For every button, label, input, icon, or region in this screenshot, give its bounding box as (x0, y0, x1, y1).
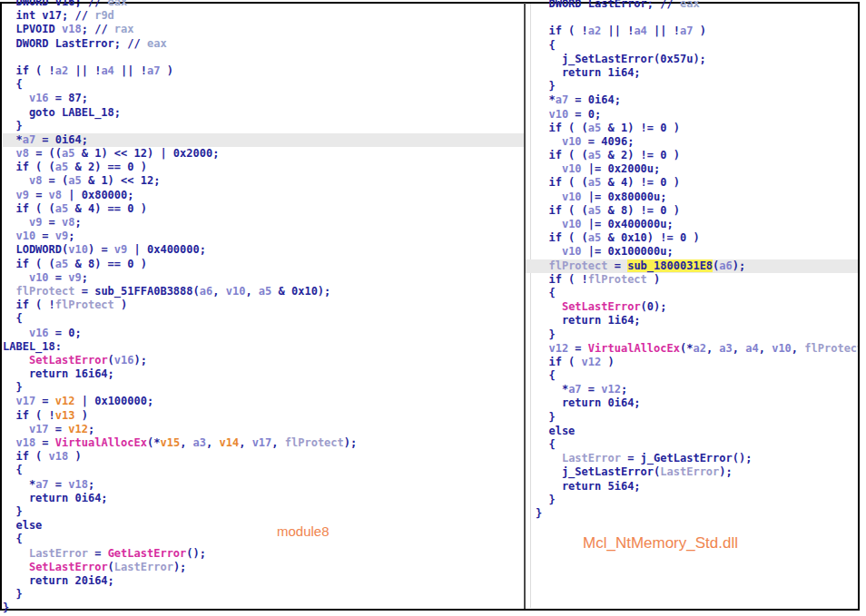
code-line[interactable] (526, 11, 858, 24)
code-line[interactable]: } (3, 505, 524, 519)
code-line[interactable]: return 0i64; (526, 396, 858, 410)
code-line[interactable]: *a7 = 0i64; (526, 93, 858, 107)
code-line[interactable]: if ( v18 ) (3, 450, 524, 464)
code-token: { (3, 533, 23, 545)
code-line[interactable]: if ( !v13 ) (3, 409, 524, 423)
code-line[interactable]: if ( (a5 & 8) != 0 ) (526, 204, 858, 218)
code-line[interactable]: v10 |= 0x400000u; (526, 218, 858, 231)
code-line[interactable]: } (3, 120, 524, 133)
code-token: v12 (601, 383, 621, 396)
code-line[interactable]: } (526, 411, 858, 425)
code-line[interactable]: else (526, 425, 858, 438)
code-line[interactable]: SetLastError(v16); (3, 354, 524, 367)
code-line[interactable]: } (526, 80, 858, 93)
code-line[interactable]: if ( (a5 & 4) != 0 ) (526, 176, 858, 190)
code-token (3, 561, 29, 573)
code-line[interactable]: v10 = v9; (3, 271, 524, 285)
code-line[interactable]: { (3, 78, 524, 92)
code-line[interactable]: if ( (a5 & 1) != 0 ) (526, 122, 858, 135)
code-line[interactable]: if ( (a5 & 4) == 0 ) (3, 202, 524, 216)
code-line[interactable]: return 1i64; (526, 314, 858, 328)
code-token: LPVOID (3, 23, 62, 35)
code-line[interactable]: LABEL_18: (3, 340, 524, 354)
code-line[interactable]: } (3, 601, 524, 615)
right-code-panel[interactable]: DWORD LastError; // eax if ( !a2 || !a4 … (526, 0, 858, 616)
code-line[interactable]: else (3, 519, 524, 533)
code-line[interactable]: SetLastError(0); (526, 300, 858, 314)
code-line[interactable]: v10 = 4096; (526, 135, 858, 149)
code-line[interactable]: int v17; // r9d (3, 9, 524, 23)
code-line[interactable]: *a7 = v18; (3, 478, 524, 492)
code-token: (* (680, 342, 693, 355)
code-line[interactable]: return 16i64; (3, 367, 524, 381)
code-line[interactable]: LODWORD(v10) = v9 | 0x400000; (3, 243, 524, 257)
code-token: a7 (568, 383, 581, 396)
code-line[interactable]: { (526, 287, 858, 300)
code-line[interactable]: LPVOID v18; // rax (3, 23, 524, 36)
code-line[interactable]: if ( (a5 & 2) != 0 ) (526, 149, 858, 162)
code-line[interactable]: flProtect = sub_51FFA0B3888(a6, v10, a5 … (3, 285, 524, 298)
code-line[interactable]: if ( !a2 || !a4 || !a7 ) (3, 64, 524, 78)
code-line[interactable]: DWORD v16; // eax (3, 0, 524, 9)
code-token: LastError (660, 465, 719, 478)
code-line[interactable]: return 0i64; (3, 492, 524, 505)
code-line[interactable]: { (3, 533, 524, 546)
code-line[interactable]: LastError = j_GetLastError(); (526, 452, 858, 465)
code-token: a6 (719, 259, 732, 272)
code-line[interactable]: v16 = 0; (3, 327, 524, 340)
code-line[interactable]: { (3, 312, 524, 326)
code-line[interactable]: v9 = v8 | 0x80000; (3, 189, 524, 202)
code-line[interactable]: if ( v12 ) (526, 356, 858, 369)
code-line[interactable]: { (526, 438, 858, 452)
code-token: , (180, 436, 192, 449)
code-line[interactable]: v9 = v8; (3, 216, 524, 230)
code-line[interactable]: if ( !flProtect ) (3, 298, 524, 312)
code-line[interactable]: v10 |= 0x2000u; (526, 162, 858, 176)
code-token (536, 342, 548, 355)
code-line[interactable]: { (526, 369, 858, 383)
code-line[interactable]: if ( !a2 || !a4 || !a7 ) (526, 24, 858, 38)
code-line[interactable]: if ( (a5 & 8) == 0 ) (3, 258, 524, 271)
code-line[interactable]: return 5i64; (526, 480, 858, 494)
code-line[interactable]: return 20i64; (3, 574, 524, 588)
code-line[interactable]: v17 = v12; (3, 423, 524, 436)
code-line[interactable]: LastError = GetLastError(); (3, 547, 524, 561)
code-token (536, 259, 548, 272)
code-line[interactable]: v8 = (a5 & 1) << 12; (3, 174, 524, 188)
code-line[interactable]: v10 |= 0x100000u; (526, 245, 858, 259)
left-code-panel[interactable]: DWORD v16; // eax int v17; // r9d LPVOID… (3, 0, 524, 616)
code-line[interactable]: } (3, 381, 524, 395)
code-line[interactable]: DWORD LastError; // eax (3, 37, 524, 51)
code-line[interactable]: if ( (a5 & 2) == 0 ) (3, 161, 524, 174)
highlighted-code-line[interactable]: flProtect = sub_1800031E8(a6); (526, 259, 858, 273)
code-line[interactable]: v10 |= 0x80000u; (526, 191, 858, 204)
code-line[interactable]: v17 = v12 | 0x100000; (3, 395, 524, 408)
code-token: { (3, 312, 23, 325)
code-line[interactable] (3, 51, 524, 64)
code-line[interactable]: { (3, 464, 524, 477)
code-line[interactable]: if ( (a5 & 0x10) != 0 ) (526, 231, 858, 245)
code-line[interactable]: v12 = VirtualAllocEx(*a2, a3, a4, v10, f… (526, 342, 858, 356)
code-token: LastError (114, 561, 173, 573)
code-line[interactable]: *a7 = v12; (526, 383, 858, 396)
code-line[interactable]: if ( !flProtect ) (526, 273, 858, 287)
code-line[interactable]: { (526, 39, 858, 53)
code-line[interactable]: } (526, 507, 858, 521)
code-line[interactable]: SetLastError(LastError); (3, 561, 524, 574)
code-line[interactable]: v16 = 87; (3, 92, 524, 105)
code-line[interactable]: } (3, 588, 524, 601)
code-token: = 0; (49, 327, 82, 339)
code-line[interactable]: } (526, 494, 858, 507)
code-line[interactable]: v8 = ((a5 & 1) << 12) | 0x2000; (3, 147, 524, 161)
code-line[interactable]: v10 = 0; (526, 108, 858, 122)
code-line[interactable]: } (526, 328, 858, 342)
code-line[interactable]: goto LABEL_18; (3, 106, 524, 120)
highlighted-code-line[interactable]: *a7 = 0i64; (3, 133, 524, 147)
code-token: & 8) == 0 ) (68, 258, 147, 270)
code-line[interactable]: DWORD LastError; // eax (526, 0, 858, 11)
code-line[interactable]: v18 = VirtualAllocEx(*v15, a3, v14, v17,… (3, 436, 524, 450)
code-line[interactable]: return 1i64; (526, 66, 858, 80)
code-line[interactable]: j_SetLastError(LastError); (526, 465, 858, 479)
code-line[interactable]: j_SetLastError(0x57u); (526, 53, 858, 66)
code-line[interactable]: v10 = v9; (3, 230, 524, 243)
